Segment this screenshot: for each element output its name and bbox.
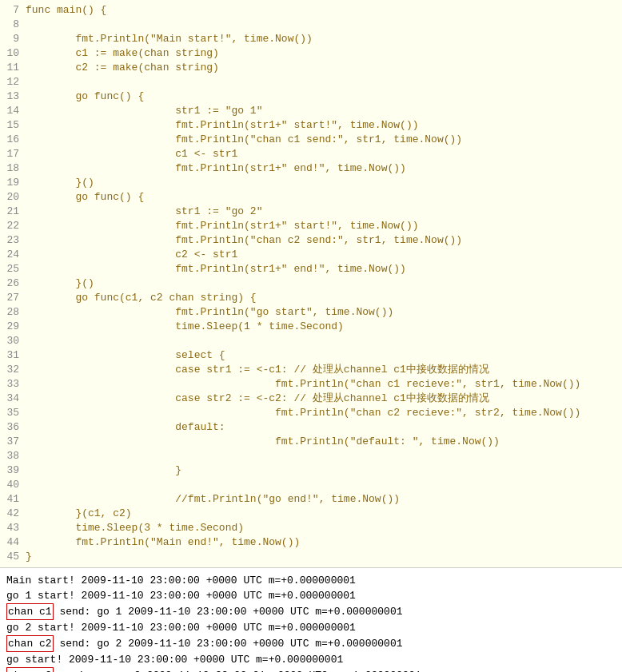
- line-number: 40: [0, 478, 26, 492]
- line-number: 24: [0, 248, 26, 262]
- line-content: c2 <- str1: [26, 248, 622, 262]
- line-number: 25: [0, 262, 26, 276]
- line-content: case str2 := <-c2: // 处理从channel c1中接收数据…: [26, 392, 622, 406]
- line-content: }(c1, c2): [26, 507, 622, 521]
- line-content: go func() {: [26, 89, 622, 104]
- line-content: go func() {: [26, 190, 622, 205]
- code-line: 44 fmt.Println("Main end!", time.Now()): [0, 535, 622, 550]
- line-content: fmt.Println("Main start!", time.Now()): [26, 32, 622, 46]
- line-number: 28: [0, 305, 26, 320]
- line-content: fmt.Println("go start", time.Now()): [26, 305, 622, 320]
- output-line: go 1 start! 2009-11-10 23:00:00 +0000 UT…: [6, 588, 616, 603]
- code-line: 16 fmt.Println("chan c1 send:", str1, ti…: [0, 133, 622, 147]
- output-section: Main start! 2009-11-10 23:00:00 +0000 UT…: [0, 567, 622, 672]
- code-line: 15 fmt.Println(str1+" start!", time.Now(…: [0, 118, 622, 133]
- code-line: 34 case str2 := <-c2: // 处理从channel c1中接…: [0, 392, 622, 406]
- line-number: 17: [0, 147, 26, 161]
- line-content: c2 := make(chan string): [26, 61, 622, 75]
- code-line: 45}: [0, 550, 622, 564]
- line-content: fmt.Println(str1+" start!", time.Now()): [26, 219, 622, 233]
- line-number: 23: [0, 233, 26, 248]
- line-number: 15: [0, 118, 26, 133]
- code-line: 13 go func() {: [0, 89, 622, 104]
- line-number: 45: [0, 550, 26, 564]
- code-line: 31 select {: [0, 348, 622, 363]
- code-line: 39 }: [0, 463, 622, 478]
- code-line: 17 c1 <- str1: [0, 147, 622, 161]
- line-number: 19: [0, 176, 26, 190]
- line-number: 38: [0, 449, 26, 463]
- code-line: 28 fmt.Println("go start", time.Now()): [0, 305, 622, 320]
- line-number: 39: [0, 463, 26, 478]
- line-number: 30: [0, 334, 26, 348]
- line-number: 21: [0, 205, 26, 219]
- line-content: go func(c1, c2 chan string) {: [26, 291, 622, 305]
- line-number: 42: [0, 507, 26, 521]
- line-content: fmt.Println(str1+" end!", time.Now()): [26, 161, 622, 176]
- code-line: 43 time.Sleep(3 * time.Second): [0, 521, 622, 535]
- line-content: fmt.Println(str1+" end!", time.Now()): [26, 262, 622, 276]
- output-line: chan c2 send: go 2 2009-11-10 23:00:00 +…: [6, 635, 616, 652]
- line-number: 29: [0, 320, 26, 334]
- code-line: 23 fmt.Println("chan c2 send:", str1, ti…: [0, 233, 622, 248]
- line-number: 10: [0, 46, 26, 61]
- line-content: }(): [26, 276, 622, 291]
- code-block: 7func main() {89 fmt.Println("Main start…: [0, 0, 622, 567]
- line-content: func main() {: [26, 3, 622, 18]
- highlighted-output: chan c2: [6, 635, 54, 652]
- code-line: 42 }(c1, c2): [0, 507, 622, 521]
- line-number: 34: [0, 392, 26, 406]
- code-line: 19 }(): [0, 176, 622, 190]
- code-line: 35 fmt.Println("chan c2 recieve:", str2,…: [0, 406, 622, 420]
- output-text: recieve: go 2 2009-11-10 23:00:01 +0000 …: [54, 668, 421, 672]
- line-content: fmt.Println("chan c1 send:", str1, time.…: [26, 133, 622, 147]
- output-line: Main start! 2009-11-10 23:00:00 +0000 UT…: [6, 573, 616, 588]
- line-number: 13: [0, 89, 26, 104]
- output-text: send: go 1 2009-11-10 23:00:00 +0000 UTC…: [54, 604, 403, 619]
- code-line: 9 fmt.Println("Main start!", time.Now()): [0, 32, 622, 46]
- code-line: 12: [0, 75, 622, 89]
- output-line: chan c1 send: go 1 2009-11-10 23:00:00 +…: [6, 603, 616, 620]
- output-text: send: go 2 2009-11-10 23:00:00 +0000 UTC…: [54, 636, 403, 651]
- line-content: fmt.Println("chan c1 recieve:", str1, ti…: [26, 377, 622, 392]
- code-line: 14 str1 := "go 1": [0, 104, 622, 118]
- output-text: go start! 2009-11-10 23:00:00 +0000 UTC …: [6, 652, 343, 667]
- code-line: 20 go func() {: [0, 190, 622, 205]
- line-content: time.Sleep(1 * time.Second): [26, 320, 622, 334]
- code-line: 7func main() {: [0, 3, 622, 18]
- code-line: 25 fmt.Println(str1+" end!", time.Now()): [0, 262, 622, 276]
- line-content: fmt.Println("chan c2 recieve:", str2, ti…: [26, 406, 622, 420]
- line-content: }: [26, 463, 622, 478]
- line-number: 31: [0, 348, 26, 363]
- code-line: 18 fmt.Println(str1+" end!", time.Now()): [0, 161, 622, 176]
- output-line: go 2 start! 2009-11-10 23:00:00 +0000 UT…: [6, 620, 616, 635]
- line-number: 14: [0, 104, 26, 118]
- line-content: fmt.Println("chan c2 send:", str1, time.…: [26, 233, 622, 248]
- line-number: 37: [0, 435, 26, 449]
- code-line: 29 time.Sleep(1 * time.Second): [0, 320, 622, 334]
- line-number: 8: [0, 18, 26, 32]
- code-line: 11 c2 := make(chan string): [0, 61, 622, 75]
- code-line: 22 fmt.Println(str1+" start!", time.Now(…: [0, 219, 622, 233]
- line-number: 43: [0, 521, 26, 535]
- line-content: default:: [26, 420, 622, 435]
- output-text: go 1 start! 2009-11-10 23:00:00 +0000 UT…: [6, 588, 356, 603]
- line-content: //fmt.Println("go end!", time.Now()): [26, 492, 622, 507]
- code-line: 26 }(): [0, 276, 622, 291]
- code-line: 37 fmt.Println("default: ", time.Now()): [0, 435, 622, 449]
- line-content: time.Sleep(3 * time.Second): [26, 521, 622, 535]
- line-content: }(): [26, 176, 622, 190]
- line-number: 9: [0, 32, 26, 46]
- line-content: }: [26, 550, 622, 564]
- output-line: go start! 2009-11-10 23:00:00 +0000 UTC …: [6, 652, 616, 667]
- code-line: 27 go func(c1, c2 chan string) {: [0, 291, 622, 305]
- line-number: 22: [0, 219, 26, 233]
- code-line: 40: [0, 478, 622, 492]
- code-line: 8: [0, 18, 622, 32]
- highlighted-output: chan c1: [6, 603, 54, 620]
- line-content: fmt.Println(str1+" start!", time.Now()): [26, 118, 622, 133]
- code-line: 41 //fmt.Println("go end!", time.Now()): [0, 492, 622, 507]
- code-line: 10 c1 := make(chan string): [0, 46, 622, 61]
- line-content: str1 := "go 2": [26, 205, 622, 219]
- line-number: 32: [0, 363, 26, 377]
